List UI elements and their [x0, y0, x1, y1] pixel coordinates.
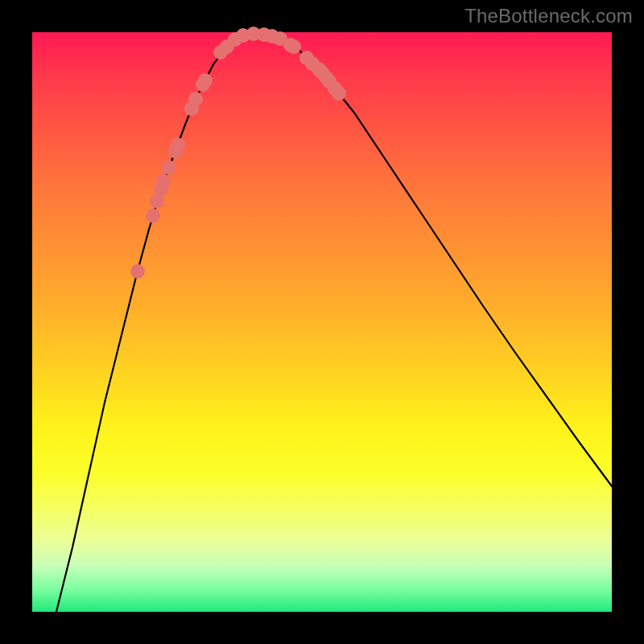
outer-frame: TheBottleneck.com — [0, 0, 644, 644]
data-marker — [198, 73, 213, 88]
bottleneck-curve — [56, 34, 612, 612]
curve-svg — [32, 32, 612, 612]
plot-area — [32, 32, 612, 612]
watermark-text: TheBottleneck.com — [464, 5, 633, 27]
data-marker — [162, 160, 176, 175]
data-marker — [188, 92, 203, 106]
data-marker — [146, 208, 160, 223]
data-marker — [171, 138, 185, 152]
marker-group — [130, 27, 346, 279]
data-marker — [332, 86, 346, 101]
data-marker — [287, 39, 301, 54]
data-marker — [130, 264, 145, 279]
data-marker — [156, 174, 171, 188]
